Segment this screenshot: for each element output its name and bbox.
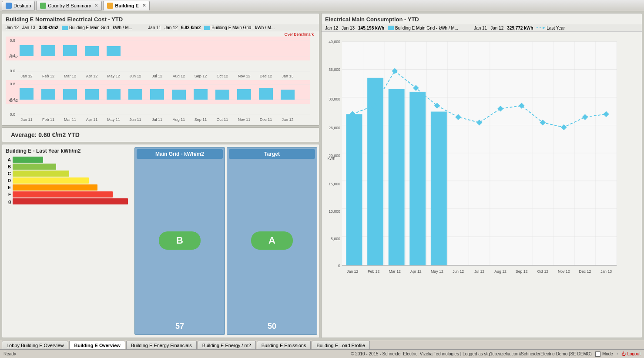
xlab1-sep12: Sep 12 xyxy=(195,74,207,78)
taskbar: Desktop Country B Summary ✕ Building E ✕ xyxy=(0,0,644,11)
rating-label-g: g xyxy=(6,199,11,204)
y-label-00-2: 0.0 xyxy=(10,112,15,117)
xlab-dec12: Dec 12 xyxy=(579,269,591,274)
right-val2: 329,772 kWh xyxy=(507,26,533,30)
tab-country[interactable]: Country B Summary ✕ xyxy=(36,1,102,10)
xlab1-jan13: Jan 13 xyxy=(282,74,293,78)
rating-bars: A B C D xyxy=(6,157,129,204)
legend-row-1: Jan 12 Jan 13 3.00 €/m2 Building E Main … xyxy=(2,24,319,31)
xlab-apr12: Apr 12 xyxy=(410,269,422,274)
xlab1-aug12: Aug 12 xyxy=(173,74,185,78)
main-grid-value: 57 xyxy=(175,320,184,333)
tab-desktop[interactable]: Desktop xyxy=(2,1,35,10)
tab-building-overview[interactable]: Building E Overview xyxy=(69,341,125,349)
rating-label-a: A xyxy=(6,157,11,162)
xlab2-nov11: Nov 11 xyxy=(238,117,251,122)
legend-box-2 xyxy=(204,26,210,30)
right-legend-item1: Building E Main Grid - kWh / M... xyxy=(388,26,458,30)
over-benchmark-label: Over Benchmark xyxy=(6,32,315,37)
rbar-may12 xyxy=(431,112,447,266)
chart2-svg: 0.8 0.4 0.0 €/m2 xyxy=(6,80,310,124)
rbar-mar12 xyxy=(389,89,405,265)
rating-bar-d xyxy=(13,177,89,184)
main-grid-title: Main Grid - kWh/m2 xyxy=(137,149,223,159)
right-legend-item2: Last Year xyxy=(537,25,565,30)
tab-building-label: Building E xyxy=(115,3,138,8)
xlab2-apr11: Apr 11 xyxy=(86,117,98,122)
tab-building-close[interactable]: ✕ xyxy=(142,3,146,8)
xlab-jul12: Jul 12 xyxy=(474,269,484,274)
logout-label: Logout xyxy=(627,351,641,356)
bar1-jan12 xyxy=(20,45,34,56)
rating-row-b: B xyxy=(6,164,129,170)
xlab1-feb12: Feb 12 xyxy=(42,74,54,78)
tab-country-close[interactable]: ✕ xyxy=(94,3,98,8)
tab-load-profile[interactable]: Building E Load Profile xyxy=(312,341,369,349)
tab-lobby-overview[interactable]: Lobby Building E Overview xyxy=(2,341,68,349)
normalized-cost-title: Building E Normalized Electrical Cost - … xyxy=(2,13,319,24)
consumption-panel: Electrical Main Consumption - YTD Jan 12… xyxy=(321,13,642,338)
legend-date2: Jan 13 xyxy=(22,25,35,30)
target-title: Target xyxy=(229,149,315,159)
legend-item-2: Building E Main Grid - kWh / M... xyxy=(204,25,275,30)
xlab1-may12: May 12 xyxy=(107,74,120,78)
rating-row-f: F xyxy=(6,191,129,197)
rating-row-c: C xyxy=(6,171,129,177)
mode-checkbox[interactable] xyxy=(595,351,600,357)
country-icon xyxy=(40,3,46,9)
xlab2-dec11: Dec 11 xyxy=(260,117,272,122)
right-legend-label2: Last Year xyxy=(547,26,565,30)
rbar-apr12 xyxy=(409,92,426,265)
chart1-area: Over Benchmark 0.8 0.4 0.0 €/m2 xyxy=(2,31,319,80)
tab-lobby-label: Lobby Building E Overview xyxy=(7,343,64,348)
bar2-mar11 xyxy=(63,89,77,100)
bottom-tabs: Lobby Building E Overview Building E Ove… xyxy=(0,340,644,349)
dashed-legend-icon xyxy=(537,25,545,30)
status-copyright: © 2010 - 2015 - Schneider Electric, Vize… xyxy=(351,351,592,356)
tab-building[interactable]: Building E ✕ xyxy=(103,1,149,10)
target-panel: Target A 50 xyxy=(227,147,317,335)
tab-energy-financials[interactable]: Building E Energy Financials xyxy=(126,341,197,349)
consumption-title: Electrical Main Consumption - YTD xyxy=(322,13,642,24)
rating-bar-b xyxy=(13,164,56,170)
bar1-mar12 xyxy=(63,45,77,56)
bar2-aug11 xyxy=(172,90,186,100)
rating-row-a: A xyxy=(6,157,129,163)
rating-label-d: D xyxy=(6,178,11,183)
rating-bar-e xyxy=(13,184,97,191)
xlab1-nov12: Nov 12 xyxy=(238,74,251,78)
xlab2-jul11: Jul 11 xyxy=(152,117,162,122)
xlab2-aug11: Aug 11 xyxy=(173,117,185,122)
bar2-dec11 xyxy=(259,88,273,100)
y-36000: 36,000 xyxy=(329,67,340,72)
xlab1-jul12: Jul 12 xyxy=(152,74,162,78)
legend-val1: 3.00 €/m2 xyxy=(39,25,58,30)
tab-desktop-label: Desktop xyxy=(13,3,31,8)
legend-date3: Jan 11 xyxy=(148,25,161,30)
legend-val2: 6.82 €/m2 xyxy=(181,25,201,30)
logout-button[interactable]: ⏻ Logout xyxy=(621,351,641,356)
y-label-08-1: 0.8 xyxy=(10,38,15,43)
consumption-chart-area: 40,000 36,000 30,000 26,000 20,000 15,00… xyxy=(322,32,642,338)
power-icon: ⏻ xyxy=(621,351,626,356)
xlab-aug12: Aug 12 xyxy=(494,269,506,274)
bar2-may11 xyxy=(107,89,121,100)
status-bar: Ready © 2010 - 2015 - Schneider Electric… xyxy=(0,349,644,358)
legend-label1: Building E Main Grid - kWh / M... xyxy=(69,25,132,30)
y-5000: 5,000 xyxy=(331,237,340,241)
legend-item-1: Building E Main Grid - kWh / M... xyxy=(62,25,132,30)
y-15000: 15,000 xyxy=(329,182,340,186)
xlab-sep12: Sep 12 xyxy=(516,269,528,274)
y-label-00-1: 0.0 xyxy=(10,69,15,73)
tab-emissions[interactable]: Building E Emissions xyxy=(257,341,311,349)
y-unit: kWh xyxy=(328,156,335,161)
average-text: Average: 0.60 €/m2 YTD xyxy=(7,128,84,142)
right-legend-box1 xyxy=(388,26,394,30)
target-grade: A xyxy=(251,231,293,250)
tab-energy-m2-label: Building E Energy / m2 xyxy=(202,343,251,348)
bar2-oct11 xyxy=(215,90,229,100)
rating-bar-a xyxy=(13,157,43,163)
xlab1-oct12: Oct 12 xyxy=(217,74,228,78)
yaxis-unit-1: €/m2 xyxy=(9,55,18,59)
tab-energy-m2[interactable]: Building E Energy / m2 xyxy=(198,341,256,349)
